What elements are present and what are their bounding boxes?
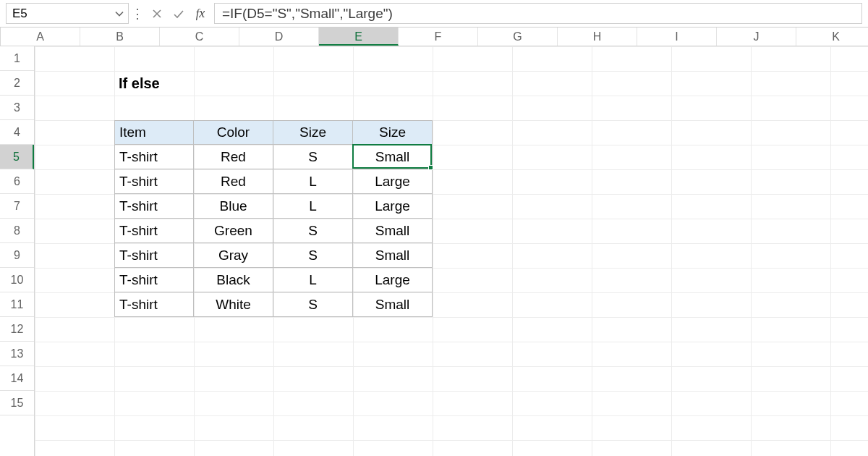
- row-header-15[interactable]: 15: [0, 391, 34, 415]
- table-cell-r5-c3[interactable]: Large: [353, 268, 433, 292]
- col-header-I[interactable]: I: [637, 28, 717, 46]
- title-cell[interactable]: If else: [114, 71, 194, 96]
- table-cell-r5-c2[interactable]: L: [273, 268, 353, 292]
- table-cell-r3-c3[interactable]: Small: [353, 219, 433, 243]
- table-cell-r5-c0[interactable]: T-shirt: [114, 268, 194, 292]
- enter-icon[interactable]: [168, 0, 190, 27]
- col-header-A[interactable]: A: [1, 28, 80, 46]
- row-header-4[interactable]: 4: [0, 120, 34, 145]
- name-box-input[interactable]: [7, 7, 111, 21]
- table-cell-r5-c1[interactable]: Black: [194, 268, 273, 292]
- row-header-7[interactable]: 7: [0, 194, 34, 219]
- table-cell-r6-c0[interactable]: T-shirt: [114, 292, 194, 317]
- table-cell-r2-c0[interactable]: T-shirt: [114, 194, 194, 219]
- formula-bar: ⋮ fx =IF(D5="S","Small","Large"): [0, 0, 868, 28]
- col-header-C[interactable]: C: [160, 28, 239, 46]
- row-header-11[interactable]: 11: [0, 292, 34, 317]
- table-header-2[interactable]: Size: [273, 120, 353, 145]
- table-cell-r0-c3[interactable]: Small: [353, 145, 433, 169]
- table-cell-r4-c2[interactable]: S: [273, 243, 353, 268]
- formula-bar-separator: ⋮: [129, 0, 146, 27]
- row-header-14[interactable]: 14: [0, 366, 34, 391]
- col-header-F[interactable]: F: [399, 28, 478, 46]
- col-header-B[interactable]: B: [80, 28, 160, 46]
- table-cell-r6-c3[interactable]: Small: [353, 292, 433, 317]
- row-header-5[interactable]: 5: [0, 145, 34, 169]
- table-cell-r3-c0[interactable]: T-shirt: [114, 219, 194, 243]
- row-header-2[interactable]: 2: [0, 71, 34, 96]
- select-all-corner[interactable]: [0, 28, 1, 46]
- table-cell-r2-c1[interactable]: Blue: [194, 194, 273, 219]
- col-header-G[interactable]: G: [478, 28, 558, 46]
- table-cell-r0-c2[interactable]: S: [273, 145, 353, 169]
- row-header-3[interactable]: 3: [0, 96, 34, 120]
- name-box[interactable]: [6, 3, 129, 24]
- table-cell-r2-c2[interactable]: L: [273, 194, 353, 219]
- table-cell-r3-c2[interactable]: S: [273, 219, 353, 243]
- row-header-1[interactable]: 1: [0, 46, 34, 71]
- table-cell-r3-c1[interactable]: Green: [194, 219, 273, 243]
- col-header-E[interactable]: E: [319, 28, 399, 46]
- table-header-3[interactable]: Size: [353, 120, 433, 145]
- table-cell-r1-c0[interactable]: T-shirt: [114, 169, 194, 194]
- col-header-K[interactable]: K: [796, 28, 868, 46]
- row-header-9[interactable]: 9: [0, 243, 34, 268]
- spreadsheet-grid[interactable]: ABCDEFGHIJK 123456789101112131415 If els…: [0, 28, 868, 456]
- table-cell-r1-c3[interactable]: Large: [353, 169, 433, 194]
- row-headers: 123456789101112131415: [0, 46, 35, 456]
- row-header-12[interactable]: 12: [0, 317, 34, 342]
- insert-function-icon[interactable]: fx: [190, 0, 211, 27]
- table-header-1[interactable]: Color: [194, 120, 273, 145]
- table-cell-r6-c2[interactable]: S: [273, 292, 353, 317]
- col-header-D[interactable]: D: [239, 28, 319, 46]
- table-cell-r0-c1[interactable]: Red: [194, 145, 273, 169]
- name-box-dropdown-icon[interactable]: [111, 9, 128, 18]
- row-header-13[interactable]: 13: [0, 342, 34, 366]
- table-cell-r4-c3[interactable]: Small: [353, 243, 433, 268]
- formula-input[interactable]: =IF(D5="S","Small","Large"): [214, 3, 862, 24]
- row-header-8[interactable]: 8: [0, 219, 34, 243]
- row-header-10[interactable]: 10: [0, 268, 34, 292]
- col-header-J[interactable]: J: [717, 28, 796, 46]
- table-cell-r0-c0[interactable]: T-shirt: [114, 145, 194, 169]
- table-cell-r4-c1[interactable]: Gray: [194, 243, 273, 268]
- table-header-0[interactable]: Item: [114, 120, 194, 145]
- table-cell-r2-c3[interactable]: Large: [353, 194, 433, 219]
- table-cell-r6-c1[interactable]: White: [194, 292, 273, 317]
- table-cell-r4-c0[interactable]: T-shirt: [114, 243, 194, 268]
- column-headers: ABCDEFGHIJK: [0, 28, 868, 46]
- col-header-H[interactable]: H: [558, 28, 637, 46]
- cancel-icon[interactable]: [146, 0, 168, 27]
- table-cell-r1-c1[interactable]: Red: [194, 169, 273, 194]
- table-cell-r1-c2[interactable]: L: [273, 169, 353, 194]
- row-header-6[interactable]: 6: [0, 169, 34, 194]
- cells-area[interactable]: If elseItemColorSizeSizeT-shirtRedSSmall…: [35, 46, 868, 456]
